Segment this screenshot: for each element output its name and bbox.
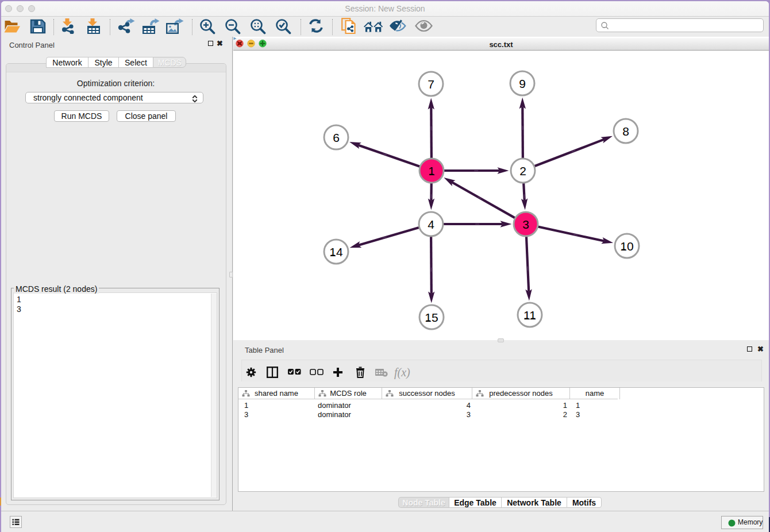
- svg-text:3: 3: [522, 218, 529, 231]
- svg-text:6: 6: [333, 131, 340, 144]
- svg-text:7: 7: [428, 78, 434, 91]
- svg-text:11: 11: [523, 309, 536, 322]
- svg-text:14: 14: [329, 245, 343, 259]
- svg-text:15: 15: [425, 311, 438, 324]
- svg-text:9: 9: [519, 77, 526, 90]
- svg-text:2: 2: [519, 164, 526, 178]
- svg-text:4: 4: [428, 218, 434, 231]
- svg-text:8: 8: [622, 125, 629, 138]
- svg-text:10: 10: [620, 240, 633, 253]
- svg-text:1: 1: [428, 164, 435, 178]
